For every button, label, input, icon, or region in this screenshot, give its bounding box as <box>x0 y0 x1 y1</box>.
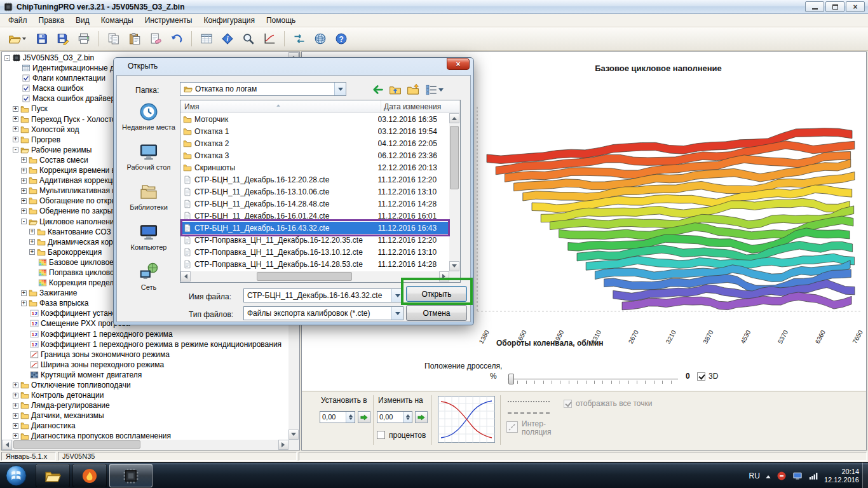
menu-configuration[interactable]: Конфигурация <box>198 14 261 27</box>
close-button[interactable]: × <box>846 1 865 12</box>
spinner-buttons[interactable] <box>346 412 355 423</box>
toolbar-paste-button[interactable] <box>125 30 144 48</box>
tree-expander[interactable]: + <box>13 126 18 132</box>
file-row[interactable]: СТР-БЦН_11_Декабрь.16-13.10.06.cte11.12.… <box>180 186 449 198</box>
taskbar-chiptuning-button[interactable] <box>109 464 153 487</box>
tree-expander[interactable]: + <box>21 290 27 296</box>
folder-combobox[interactable]: Откатка по логам <box>180 82 346 96</box>
file-row[interactable]: СТР-Поправка_ЦН_11_Декабрь.16-14.28.53.c… <box>180 258 449 270</box>
toolbar-save-button[interactable] <box>32 30 51 48</box>
tree-item[interactable]: +Диагностика пропусков воспламенения <box>2 431 288 440</box>
toolbar-save-as-button[interactable] <box>53 30 72 48</box>
apply-set-button[interactable] <box>358 411 370 423</box>
dialog-back-button[interactable] <box>369 82 386 97</box>
toolbar-clear-button[interactable] <box>146 30 165 48</box>
place-computer[interactable]: Компьютер <box>119 222 179 261</box>
window-titlebar[interactable]: ChipTuningPRO ver.3.21 - J5V05N35_O3_Z.b… <box>0 0 868 14</box>
file-row[interactable]: СТР-БЦН_11_Декабрь.16-12.20.28.cte11.12.… <box>180 173 449 186</box>
throttle-slider[interactable] <box>508 373 678 386</box>
tree-expander[interactable]: + <box>21 198 27 204</box>
tree-expander[interactable]: - <box>4 55 10 61</box>
toolbar-zoom-button[interactable] <box>239 30 258 48</box>
scroll-up-button[interactable] <box>449 113 459 123</box>
dialog-views-button[interactable] <box>423 82 445 97</box>
dialog-new-folder-button[interactable] <box>405 82 421 97</box>
menu-tools[interactable]: Инструменты <box>139 14 198 27</box>
tree-expander[interactable]: + <box>21 168 27 173</box>
tree-item[interactable]: +Диагностика <box>2 421 288 431</box>
checkbox-percent[interactable] <box>377 431 385 439</box>
tree-expander[interactable]: + <box>21 157 27 163</box>
scroll-left-button[interactable] <box>180 271 191 281</box>
taskbar-explorer-button[interactable] <box>36 464 70 487</box>
scrollbar-thumb[interactable] <box>257 272 352 281</box>
tree-expander[interactable]: + <box>13 403 18 409</box>
tree-expander[interactable]: + <box>13 423 18 429</box>
scroll-down-button[interactable] <box>449 261 459 271</box>
tree-item[interactable]: +Лямда-регулирование <box>2 400 288 410</box>
tree-item[interactable]: +Датчики, механизмы <box>2 410 288 421</box>
tree-expander[interactable]: + <box>21 208 27 214</box>
toolbar-open-button[interactable] <box>4 30 31 48</box>
show-hidden-icons-button[interactable] <box>766 473 770 478</box>
tree-expander[interactable]: - <box>21 219 27 224</box>
set-to-spinner[interactable]: 0,00 <box>320 411 355 423</box>
column-header-name[interactable]: Имя <box>180 100 381 112</box>
file-row[interactable]: Откатка 204.12.2016 22:05 <box>180 137 449 149</box>
scroll-down-button[interactable] <box>288 430 299 440</box>
tree-expander[interactable]: + <box>21 301 27 306</box>
combobox-dropdown-button[interactable] <box>391 307 403 320</box>
place-libraries[interactable]: Библиотеки <box>119 182 179 220</box>
tree-item[interactable]: +Контроль детонации <box>2 390 288 400</box>
tree-expander[interactable]: + <box>21 188 27 194</box>
maximize-button[interactable] <box>825 1 844 12</box>
start-button[interactable] <box>5 464 27 487</box>
checkbox-3d[interactable] <box>697 372 705 381</box>
tree-expander[interactable]: + <box>13 433 18 439</box>
scrollbar-thumb[interactable] <box>13 440 140 449</box>
column-header-date[interactable]: Дата изменения <box>381 100 460 112</box>
menu-edit[interactable]: Правка <box>33 14 71 27</box>
toolbar-print-button[interactable] <box>74 30 93 48</box>
tree-item[interactable]: Граница зоны экономичного режима <box>2 349 288 360</box>
dialog-up-button[interactable] <box>387 82 403 97</box>
toolbar-copy-button[interactable] <box>104 30 123 48</box>
scrollbar-thumb[interactable] <box>450 126 459 189</box>
menu-view[interactable]: Вид <box>70 14 95 27</box>
spinner-buttons[interactable] <box>403 412 412 423</box>
apply-change-button[interactable] <box>415 411 428 423</box>
throttle-slider-thumb[interactable] <box>508 374 514 384</box>
toolbar-help-button[interactable]: ? <box>332 30 351 48</box>
filename-combobox[interactable]: СТР-БЦН_11_Декабрь.16-16.43.32.cte <box>243 288 403 302</box>
tree-expander[interactable]: + <box>13 383 18 388</box>
place-desktop[interactable]: Рабочий стол <box>119 142 179 180</box>
toolbar-view-3d-button[interactable] <box>311 30 330 48</box>
tray-red-icon[interactable] <box>776 471 787 481</box>
tree-item[interactable]: +Отключение топливоподачи <box>2 380 288 390</box>
tree-expander[interactable]: + <box>13 116 18 122</box>
place-network[interactable]: Сеть <box>119 262 179 301</box>
file-row[interactable]: Откатка 103.12.2016 19:54 <box>180 125 449 137</box>
file-list-vertical-scrollbar[interactable] <box>449 113 460 271</box>
file-row[interactable]: СТР-Поправка_ЦН_11_Декабрь.16-13.10.12.c… <box>180 246 449 258</box>
taskbar-clock[interactable]: 20:14 12.12.2016 <box>824 468 859 484</box>
combobox-dropdown-button[interactable] <box>334 83 346 95</box>
toolbar-compare-button[interactable] <box>290 30 309 48</box>
change-by-spinner[interactable]: 0,00 <box>377 411 412 423</box>
tree-expander[interactable]: + <box>29 229 35 234</box>
tray-network-icon[interactable] <box>808 471 818 481</box>
tree-item[interactable]: Крутящий момент двигателя <box>2 370 288 380</box>
tree-expander[interactable]: - <box>13 147 18 152</box>
tree-item[interactable]: 12Коэффициент 1 переходного режима в реж… <box>2 339 288 349</box>
file-row[interactable]: СТР-БЦН_11_Декабрь.16-14.28.48.cte11.12.… <box>180 198 449 210</box>
file-row[interactable]: Моторчик03.12.2016 16:35 <box>180 113 449 125</box>
tree-expander[interactable]: + <box>13 137 18 142</box>
scroll-right-button[interactable] <box>278 440 288 450</box>
tree-expander[interactable]: + <box>29 249 35 255</box>
taskbar-orange-app-button[interactable] <box>72 464 107 487</box>
toolbar-info-button[interactable]: i <box>218 30 237 48</box>
file-row[interactable]: Скриншоты12.12.2016 20:13 <box>180 161 449 173</box>
menu-file[interactable]: Файл <box>3 14 33 27</box>
tree-expander[interactable]: + <box>13 106 18 112</box>
show-desktop-button[interactable] <box>862 463 868 488</box>
